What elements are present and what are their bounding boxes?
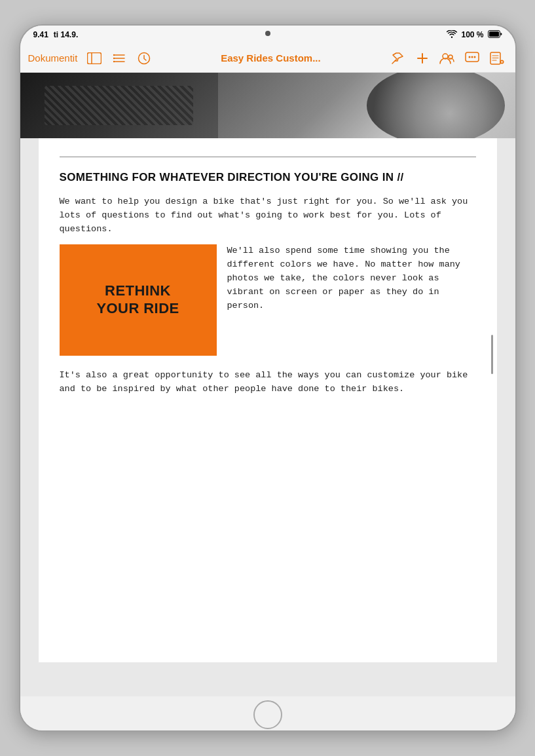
- svg-point-18: [471, 56, 473, 58]
- comment-icon: [465, 52, 479, 65]
- svg-point-9: [113, 60, 115, 62]
- list-view-button[interactable]: [109, 48, 130, 69]
- svg-point-7: [113, 54, 115, 55]
- status-bar-right: 100 %: [447, 30, 502, 40]
- wifi-icon: [447, 30, 457, 40]
- page-divider: [60, 157, 476, 157]
- comment-button[interactable]: [462, 48, 483, 69]
- banner-image: [20, 73, 515, 138]
- svg-rect-2: [88, 52, 101, 64]
- svg-point-19: [473, 56, 475, 58]
- document-area: SOMETHING FOR WHATEVER DIRECTION YOU'RE …: [20, 73, 515, 696]
- status-date: ti 14.9.: [54, 30, 78, 39]
- add-icon: [416, 52, 429, 65]
- markup-button[interactable]: [387, 48, 408, 69]
- orange-box-text: RETHINK YOUR RIDE: [96, 282, 179, 317]
- paragraph-3: It's also a great opportunity to see all…: [60, 369, 476, 396]
- collab-button[interactable]: [437, 48, 458, 69]
- home-bar-area: [20, 696, 515, 732]
- back-button[interactable]: Dokumentit: [28, 52, 78, 64]
- document-page: SOMETHING FOR WHATEVER DIRECTION YOU'RE …: [39, 138, 497, 662]
- status-bar-left: 9.41 ti 14.9.: [33, 30, 79, 39]
- svg-point-17: [468, 56, 470, 58]
- document-options-icon: [490, 52, 504, 65]
- svg-rect-1: [489, 31, 499, 37]
- pin-icon: [391, 52, 404, 65]
- sidebar-toggle-button[interactable]: [84, 48, 105, 69]
- float-section: RETHINK YOUR RIDE We'll also spend some …: [60, 244, 476, 361]
- home-button[interactable]: [253, 700, 282, 729]
- paragraph-1: We want to help you design a bike that's…: [60, 195, 476, 236]
- svg-point-8: [113, 57, 115, 58]
- add-button[interactable]: [412, 48, 433, 69]
- status-time: 9.41: [33, 30, 48, 39]
- svg-line-11: [392, 61, 395, 64]
- document-options-button[interactable]: [487, 48, 507, 69]
- document-title: Easy Rides Custom...: [158, 52, 382, 64]
- scrollbar[interactable]: [491, 335, 493, 374]
- list-icon: [113, 52, 126, 64]
- battery-percent: 100 %: [461, 30, 483, 39]
- history-button[interactable]: [134, 48, 155, 69]
- history-icon: [138, 52, 151, 65]
- toolbar: Dokumentit: [20, 44, 515, 73]
- collab-icon: [439, 52, 455, 65]
- battery-icon: [488, 30, 502, 40]
- ipad-device: 9.41 ti 14.9. 100 %: [19, 24, 517, 732]
- camera-dot: [265, 31, 270, 36]
- page-heading: SOMETHING FOR WHATEVER DIRECTION YOU'RE …: [60, 170, 476, 185]
- orange-box: RETHINK YOUR RIDE: [60, 244, 217, 356]
- sidebar-icon: [87, 52, 101, 64]
